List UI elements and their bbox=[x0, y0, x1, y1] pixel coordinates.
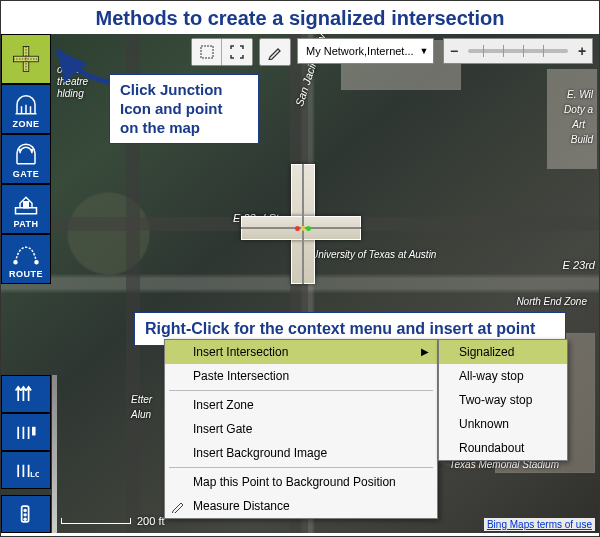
zoom-slider[interactable]: − + bbox=[443, 38, 593, 64]
zoom-track[interactable] bbox=[468, 49, 568, 53]
tool-lanes-b[interactable] bbox=[1, 413, 51, 451]
map-label: North End Zone bbox=[516, 296, 587, 307]
svg-point-5 bbox=[31, 149, 33, 151]
menu-insert-gate[interactable]: Insert Gate bbox=[165, 417, 437, 441]
pencil-icon bbox=[171, 499, 185, 513]
menu-measure-distance[interactable]: Measure Distance bbox=[165, 494, 437, 518]
map-label: Build bbox=[571, 134, 593, 145]
edit-pencil-button[interactable] bbox=[260, 39, 290, 65]
page-title: Methods to create a signalized intersect… bbox=[1, 1, 599, 34]
tool-gate[interactable]: GATE bbox=[1, 134, 51, 184]
submenu-roundabout[interactable]: Roundabout bbox=[439, 436, 567, 460]
map-label: E. Wil bbox=[567, 89, 593, 100]
submenu-twoway-stop[interactable]: Two-way stop bbox=[439, 388, 567, 412]
fit-extent-button[interactable] bbox=[222, 39, 252, 65]
tool-los[interactable]: LOS bbox=[1, 451, 51, 489]
svg-point-15 bbox=[23, 517, 26, 520]
network-select-label: My Network,Internet... bbox=[306, 45, 414, 57]
tool-path[interactable]: PATH bbox=[1, 184, 51, 234]
tool-label: PATH bbox=[13, 219, 38, 229]
svg-rect-16 bbox=[201, 46, 213, 58]
tool-junction[interactable] bbox=[1, 34, 51, 84]
tool-zone[interactable]: ZONE bbox=[1, 84, 51, 134]
tool-route[interactable]: ROUTE bbox=[1, 234, 51, 284]
menu-paste-intersection[interactable]: Paste Intersection bbox=[165, 364, 437, 388]
menu-insert-bg-image[interactable]: Insert Background Image bbox=[165, 441, 437, 465]
submenu-signalized[interactable]: Signalized bbox=[439, 340, 567, 364]
svg-point-9 bbox=[35, 260, 38, 263]
chevron-down-icon: ▼ bbox=[420, 46, 429, 56]
tool-label: GATE bbox=[13, 169, 39, 179]
submenu-arrow-icon: ▶ bbox=[421, 346, 429, 357]
map-label: Etter bbox=[131, 394, 152, 405]
map-label: Alun bbox=[131, 409, 151, 420]
network-select[interactable]: My Network,Internet... ▼ bbox=[297, 38, 434, 64]
zoom-out-button[interactable]: − bbox=[444, 43, 464, 59]
svg-rect-6 bbox=[16, 207, 37, 213]
tool-lanes-a[interactable] bbox=[1, 375, 51, 413]
tool-sidebar: ZONE GATE PATH ROUTE bbox=[1, 34, 51, 533]
map-label: Doty a bbox=[564, 104, 593, 115]
svg-point-13 bbox=[23, 509, 26, 512]
tool-signal-config[interactable] bbox=[1, 495, 51, 533]
scale-bar: 200 ft bbox=[61, 515, 165, 527]
menu-insert-zone[interactable]: Insert Zone bbox=[165, 393, 437, 417]
svg-point-4 bbox=[19, 149, 21, 151]
callout-click-junction: Click Junction Icon and point on the map bbox=[109, 74, 259, 144]
tool-label: ROUTE bbox=[9, 269, 43, 279]
svg-rect-10 bbox=[32, 427, 35, 436]
submenu-unknown[interactable]: Unknown bbox=[439, 412, 567, 436]
menu-insert-intersection[interactable]: Insert Intersection ▶ bbox=[165, 340, 437, 364]
road-label: E 23rd bbox=[563, 259, 595, 271]
submenu-allway-stop[interactable]: All-way stop bbox=[439, 364, 567, 388]
select-mode-group bbox=[191, 38, 253, 66]
svg-point-8 bbox=[14, 260, 17, 263]
traffic-signal-icon bbox=[295, 220, 311, 236]
svg-point-14 bbox=[23, 513, 26, 516]
terms-link[interactable]: Bing Maps terms of use bbox=[484, 518, 595, 531]
context-submenu: Signalized All-way stop Two-way stop Unk… bbox=[438, 339, 568, 461]
context-menu: Insert Intersection ▶ Paste Intersection… bbox=[164, 339, 438, 519]
menu-map-point-bg[interactable]: Map this Point to Background Position bbox=[165, 470, 437, 494]
select-rect-button[interactable] bbox=[192, 39, 222, 65]
svg-text:LOS: LOS bbox=[30, 470, 39, 479]
tool-label: ZONE bbox=[12, 119, 39, 129]
map-label: Art bbox=[572, 119, 585, 130]
junction-overlay bbox=[241, 164, 361, 284]
zoom-in-button[interactable]: + bbox=[572, 43, 592, 59]
svg-rect-7 bbox=[24, 201, 29, 207]
